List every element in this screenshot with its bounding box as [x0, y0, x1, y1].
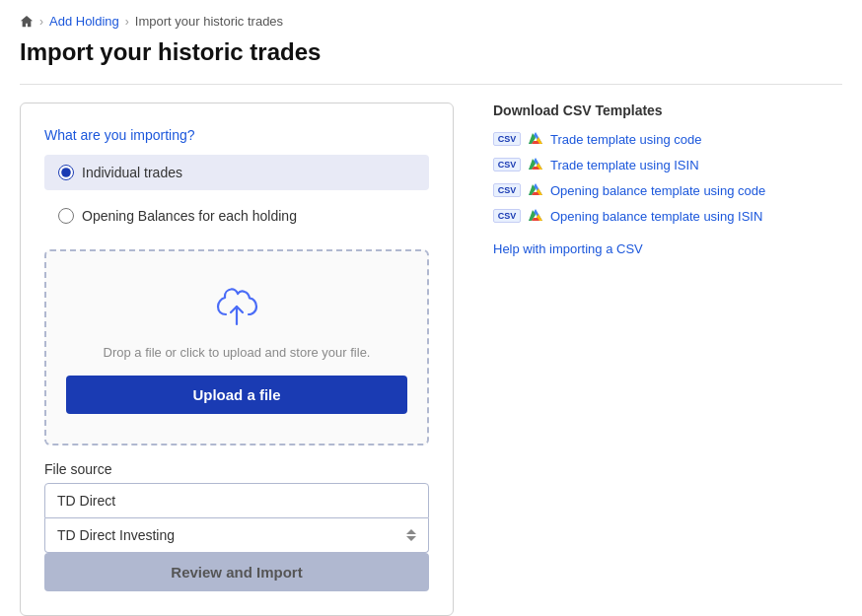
radio-opening-balance[interactable]: Opening Balances for each holding — [44, 198, 429, 234]
what-importing-label: What are you importing? — [44, 127, 429, 143]
main-card: What are you importing? Individual trade… — [20, 103, 454, 616]
radio-opening-label: Opening Balances for each holding — [82, 208, 297, 224]
sidebar: Download CSV Templates CSV Trade templat… — [493, 103, 842, 256]
upload-file-button[interactable]: Upload a file — [66, 376, 407, 414]
template-link-4[interactable]: Opening balance template using ISIN — [550, 209, 762, 224]
template-list: CSV Trade template using code CSV — [493, 130, 842, 225]
google-drive-icon-4 — [527, 207, 544, 225]
radio-opening-input[interactable] — [58, 208, 74, 224]
file-source-input[interactable] — [44, 483, 429, 518]
file-source-dropdown-value: TD Direct Investing — [57, 527, 175, 543]
google-drive-icon-1 — [527, 130, 544, 148]
template-link-1[interactable]: Trade template using code — [550, 132, 701, 147]
list-item: CSV Trade template using code — [493, 130, 842, 148]
upload-zone-text: Drop a file or click to upload and store… — [66, 345, 407, 360]
page-title: Import your historic trades — [20, 38, 842, 66]
list-item: CSV Trade template using ISIN — [493, 156, 842, 173]
csv-badge-2: CSV — [493, 158, 521, 171]
radio-individual-trades[interactable]: Individual trades — [44, 155, 429, 190]
file-source-label: File source — [44, 461, 429, 477]
page-wrapper: › Add Holding › Import your historic tra… — [0, 0, 862, 616]
list-item: CSV Opening balance template using code — [493, 181, 842, 199]
google-drive-icon-2 — [527, 156, 544, 173]
list-item: CSV Opening balance template using ISIN — [493, 207, 842, 225]
template-link-3[interactable]: Opening balance template using code — [550, 183, 765, 198]
upload-cloud-icon — [66, 281, 407, 335]
google-drive-icon-3 — [527, 181, 544, 199]
template-link-2[interactable]: Trade template using ISIN — [550, 158, 699, 172]
home-icon — [20, 15, 34, 29]
file-source-dropdown[interactable]: TD Direct Investing — [44, 518, 429, 553]
breadcrumb-separator2: › — [125, 15, 129, 29]
content-layout: What are you importing? Individual trade… — [20, 103, 842, 616]
upload-zone[interactable]: Drop a file or click to upload and store… — [44, 249, 429, 445]
review-import-button[interactable]: Review and Import — [44, 553, 429, 591]
divider — [20, 84, 842, 85]
radio-individual-input[interactable] — [58, 165, 74, 180]
sidebar-title: Download CSV Templates — [493, 103, 842, 118]
csv-badge-4: CSV — [493, 209, 521, 223]
radio-individual-label: Individual trades — [82, 165, 182, 180]
breadcrumb-add-holding[interactable]: Add Holding — [49, 14, 119, 29]
breadcrumb-current: Import your historic trades — [135, 14, 283, 29]
breadcrumb-separator: › — [39, 15, 43, 29]
breadcrumb: › Add Holding › Import your historic tra… — [20, 14, 842, 29]
dropdown-arrow-icon — [406, 529, 416, 541]
csv-badge-3: CSV — [493, 183, 521, 197]
csv-badge-1: CSV — [493, 132, 521, 146]
help-link[interactable]: Help with importing a CSV — [493, 241, 643, 256]
